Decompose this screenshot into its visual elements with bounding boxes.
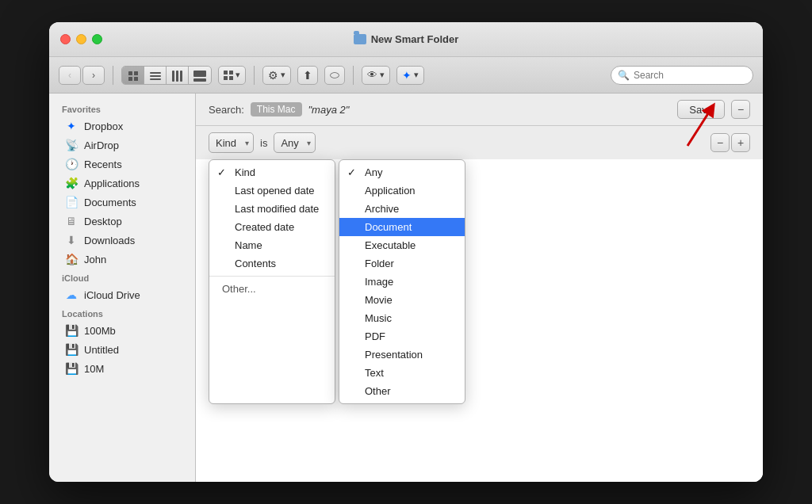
traffic-lights xyxy=(60,34,102,44)
close-button[interactable] xyxy=(60,34,71,44)
column-view-button[interactable] xyxy=(167,67,189,85)
svg-line-1 xyxy=(688,109,711,146)
tag-icon: ⬭ xyxy=(330,68,339,82)
kind-option-created[interactable]: Created date xyxy=(209,218,335,236)
dropbox-sidebar-icon: ✦ xyxy=(65,120,78,132)
type-option-folder[interactable]: Folder xyxy=(339,254,465,273)
sidebar-item-applications[interactable]: 🧩 Applications xyxy=(52,174,192,193)
search-minus-button[interactable]: − xyxy=(731,100,750,119)
drive-untitled-icon: 💾 xyxy=(65,343,78,356)
type-option-application[interactable]: Application xyxy=(339,181,465,200)
type-option-any[interactable]: Any xyxy=(339,163,465,181)
search-box[interactable]: 🔍 xyxy=(611,66,753,85)
share-button[interactable]: ⬆ xyxy=(297,66,318,85)
sidebar-item-home[interactable]: 🏠 John xyxy=(52,250,192,269)
type-option-other[interactable]: Other xyxy=(339,382,465,400)
toolbar: ‹ › xyxy=(49,57,763,94)
sidebar-label-home: John xyxy=(84,254,106,265)
content-area: Search: This Mac "maya 2" Save − Kind is xyxy=(196,94,763,482)
search-label: Search: xyxy=(209,104,244,116)
list-view-button[interactable] xyxy=(144,67,167,85)
this-mac-pill[interactable]: This Mac xyxy=(251,102,302,116)
action-dropdown[interactable]: ⚙ ▾ xyxy=(262,66,291,85)
eye-icon: 👁 xyxy=(367,69,377,81)
share-icon: ⬆ xyxy=(303,69,312,82)
dropdown-separator xyxy=(209,276,335,277)
separator-2 xyxy=(254,66,255,85)
icon-view-button[interactable] xyxy=(122,67,144,85)
add-filter-button[interactable]: + xyxy=(731,133,750,152)
search-input[interactable] xyxy=(634,70,746,81)
kind-option-last-opened[interactable]: Last opened date xyxy=(209,181,335,200)
maximize-button[interactable] xyxy=(92,34,102,44)
grid-icon xyxy=(128,71,138,81)
type-option-text[interactable]: Text xyxy=(339,364,465,382)
desktop-icon: 🖥 xyxy=(65,215,78,227)
filter-row: Kind is Any − + xyxy=(196,126,763,159)
minimize-button[interactable] xyxy=(76,34,86,44)
dropdown-container: Kind Last opened date Last modified date… xyxy=(209,159,465,404)
icloud-header: iCloud xyxy=(49,269,195,285)
favorites-header: Favorites xyxy=(49,100,195,116)
kind-option-contents[interactable]: Contents xyxy=(209,254,335,273)
sidebar-item-100mb[interactable]: 💾 100Mb xyxy=(52,321,192,340)
type-option-document[interactable]: Document xyxy=(339,218,465,236)
eye-dropdown[interactable]: 👁 ▾ xyxy=(362,66,390,85)
type-option-archive[interactable]: Archive xyxy=(339,200,465,218)
any-select[interactable]: Any xyxy=(274,132,316,153)
sidebar-label-10m: 10M xyxy=(84,363,104,375)
kind-select-wrapper: Kind xyxy=(209,132,254,153)
sidebar-item-desktop[interactable]: 🖥 Desktop xyxy=(52,212,192,231)
type-dropdown-menu: Any Application Archive Document Executa… xyxy=(339,159,465,404)
sidebar-label-applications: Applications xyxy=(84,178,140,189)
documents-icon: 📄 xyxy=(65,196,78,208)
kind-option-last-modified[interactable]: Last modified date xyxy=(209,200,335,218)
sidebar-item-untitled[interactable]: 💾 Untitled xyxy=(52,340,192,359)
sidebar-item-icloud[interactable]: ☁ iCloud Drive xyxy=(52,285,192,304)
forward-button[interactable]: › xyxy=(82,66,105,85)
type-option-presentation[interactable]: Presentation xyxy=(339,346,465,364)
recents-icon: 🕐 xyxy=(65,158,78,170)
kind-option-other[interactable]: Other... xyxy=(209,280,335,298)
airdrop-icon: 📡 xyxy=(65,139,78,151)
sidebar-label-downloads: Downloads xyxy=(84,235,135,246)
kind-select[interactable]: Kind xyxy=(209,132,254,153)
sidebar-label-documents: Documents xyxy=(84,197,136,208)
back-button[interactable]: ‹ xyxy=(59,66,81,85)
column-icon xyxy=(172,71,182,82)
drive-10m-icon: 💾 xyxy=(65,362,78,375)
sidebar-label-desktop: Desktop xyxy=(84,216,122,227)
dropbox-dropdown[interactable]: ✦ ▾ xyxy=(396,66,424,85)
sidebar-item-documents[interactable]: 📄 Documents xyxy=(52,193,192,212)
sidebar-item-airdrop[interactable]: 📡 AirDrop xyxy=(52,136,192,155)
sidebar-item-dropbox[interactable]: ✦ Dropbox xyxy=(52,116,192,136)
sidebar-item-recents[interactable]: 🕐 Recents xyxy=(52,155,192,174)
sidebar-label-100mb: 100Mb xyxy=(84,325,116,337)
is-label: is xyxy=(260,137,267,149)
sidebar-label-recents: Recents xyxy=(84,158,122,170)
sidebar-item-10m[interactable]: 💾 10M xyxy=(52,359,192,378)
kind-option-kind[interactable]: Kind xyxy=(209,163,335,181)
type-option-music[interactable]: Music xyxy=(339,309,465,327)
view-buttons xyxy=(121,66,212,85)
sidebar-item-downloads[interactable]: ⬇ Downloads xyxy=(52,231,192,250)
nav-buttons: ‹ › xyxy=(59,66,105,85)
window-title-area: New Smart Folder xyxy=(354,33,459,45)
type-option-executable[interactable]: Executable xyxy=(339,236,465,254)
folder-icon xyxy=(354,34,366,44)
view-options-dropdown[interactable]: ▾ xyxy=(218,66,246,85)
separator-3 xyxy=(353,66,354,85)
sidebar: Favorites ✦ Dropbox 📡 AirDrop 🕐 Recents … xyxy=(49,94,196,482)
drive-100mb-icon: 💾 xyxy=(65,324,78,337)
kind-dropdown-menu: Kind Last opened date Last modified date… xyxy=(209,159,335,404)
type-option-pdf[interactable]: PDF xyxy=(339,327,465,346)
type-option-image[interactable]: Image xyxy=(339,273,465,291)
search-query-text: "maya 2" xyxy=(308,104,350,116)
type-option-movie[interactable]: Movie xyxy=(339,291,465,309)
gallery-view-button[interactable] xyxy=(189,67,211,85)
arrow-indicator xyxy=(680,102,719,153)
main-area: Favorites ✦ Dropbox 📡 AirDrop 🕐 Recents … xyxy=(49,94,763,482)
kind-option-name[interactable]: Name xyxy=(209,236,335,254)
tag-button[interactable]: ⬭ xyxy=(324,66,345,85)
separator-1 xyxy=(113,66,113,85)
